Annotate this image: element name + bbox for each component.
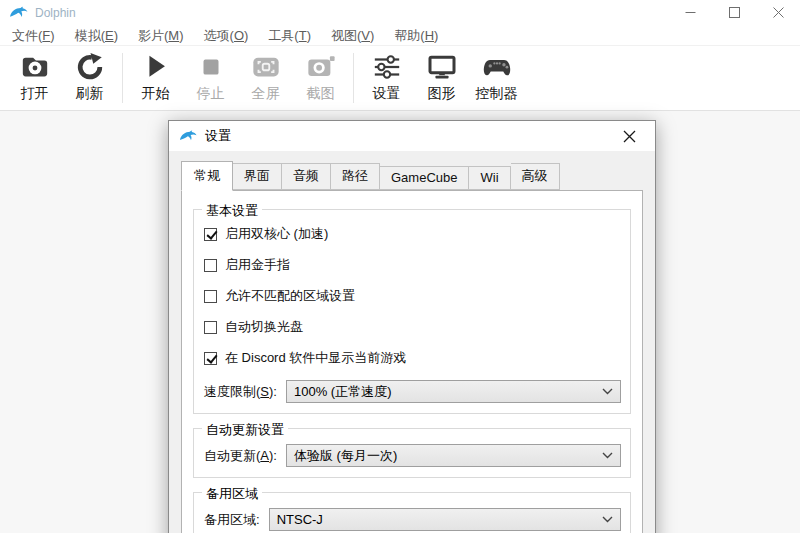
fallback-region-select[interactable]: NTSC-J <box>269 508 621 531</box>
tab-gamecube[interactable]: GameCube <box>380 166 469 190</box>
toolbar-settings-button[interactable]: 设置 <box>359 50 414 106</box>
dialog-titlebar: 设置 <box>169 121 655 151</box>
minimize-button[interactable] <box>668 0 712 25</box>
menu-mnemonic: T <box>299 28 307 43</box>
toolbar-open-button[interactable]: 打开 <box>7 50 62 106</box>
tab-advanced[interactable]: 高级 <box>511 163 560 190</box>
chevron-down-icon <box>602 388 613 395</box>
maximize-button[interactable] <box>712 0 756 25</box>
auto-update-select[interactable]: 体验版 (每月一次) <box>286 444 621 467</box>
menu-tools[interactable]: 工具(T) <box>258 25 321 47</box>
tab-paths[interactable]: 路径 <box>331 163 380 190</box>
menu-emulation[interactable]: 模拟(E) <box>65 25 128 47</box>
play-icon <box>141 52 171 82</box>
dialog-close-button[interactable] <box>613 121 645 151</box>
close-icon <box>623 130 636 143</box>
menu-label-part: ) <box>307 28 311 43</box>
toolbar-button-label: 控制器 <box>476 85 518 103</box>
checkbox-label: 允许不匹配的区域设置 <box>225 287 355 305</box>
checkbox-box[interactable] <box>204 321 217 334</box>
minimize-icon <box>685 7 696 18</box>
toolbar-fullscreen-button: 全屏 <box>238 50 293 106</box>
checkbox-dual-core[interactable]: 启用双核心 (加速) <box>204 225 621 243</box>
maximize-icon <box>729 7 740 18</box>
settings-sliders-icon <box>372 52 402 82</box>
settings-dialog: 设置 常规 界面 音频 路径 GameCube Wii 高级 基本设置 启用双核… <box>168 120 656 533</box>
window-title: Dolphin <box>35 6 668 20</box>
toolbar-button-label: 打开 <box>21 85 49 103</box>
close-icon <box>773 7 784 18</box>
checkbox-box[interactable] <box>204 290 217 303</box>
controller-gamepad-icon <box>482 52 512 82</box>
dolphin-logo-icon <box>179 130 197 143</box>
menu-label-part: 工具( <box>268 28 298 43</box>
settings-tabbar: 常规 界面 音频 路径 GameCube Wii 高级 <box>181 161 643 190</box>
speed-limit-select[interactable]: 100% (正常速度) <box>286 380 621 403</box>
auto-update-group: 自动更新设置 自动更新(A): 体验版 (每月一次) <box>193 428 631 478</box>
fallback-region-group: 备用区域 备用区域: NTSC-J Dolphin 会将其用于无法自动确定区域的… <box>193 492 631 533</box>
checkbox-label: 启用金手指 <box>225 256 290 274</box>
menu-bar: 文件(F) 模拟(E) 影片(M) 选项(O) 工具(T) 视图(V) 帮助(H… <box>0 26 800 46</box>
tab-audio[interactable]: 音频 <box>282 163 331 190</box>
toolbar-button-label: 开始 <box>142 85 170 103</box>
tab-wii[interactable]: Wii <box>469 166 510 190</box>
group-title: 自动更新设置 <box>202 421 288 439</box>
auto-update-label: 自动更新(A): <box>204 447 277 465</box>
checkbox-auto-disc-change[interactable]: 自动切换光盘 <box>204 318 621 336</box>
checkbox-discord-presence[interactable]: 在 Discord 软件中显示当前游戏 <box>204 349 621 367</box>
stop-icon <box>196 52 226 82</box>
checkbox-box[interactable] <box>204 228 217 241</box>
toolbar-button-label: 设置 <box>373 85 401 103</box>
menu-help[interactable]: 帮助(H) <box>384 25 448 47</box>
toolbar-separator <box>122 53 123 103</box>
toolbar-button-label: 停止 <box>197 85 225 103</box>
combo-value: 体验版 (每月一次) <box>294 447 602 465</box>
toolbar: 打开 刷新 开始 停止 全屏 截图 <box>0 46 800 109</box>
menu-label-part: 选项( <box>204 28 234 43</box>
toolbar-graphics-button[interactable]: 图形 <box>414 50 469 106</box>
menu-label-part: ) <box>370 28 374 43</box>
dialog-title: 设置 <box>205 127 613 145</box>
menu-label-part: ) <box>179 28 183 43</box>
menu-file[interactable]: 文件(F) <box>2 25 65 47</box>
toolbar-button-label: 刷新 <box>76 85 104 103</box>
menu-mnemonic: H <box>425 28 434 43</box>
menu-label-part: 视图( <box>331 28 361 43</box>
basic-settings-group: 基本设置 启用双核心 (加速) 启用金手指 允许不匹配的区域设置 自动切换光盘 <box>193 209 631 414</box>
toolbar-stop-button: 停止 <box>183 50 238 106</box>
checkbox-box[interactable] <box>204 259 217 272</box>
close-button[interactable] <box>756 0 800 25</box>
toolbar-play-button[interactable]: 开始 <box>128 50 183 106</box>
menu-mnemonic: E <box>105 28 114 43</box>
menu-label-part: 帮助( <box>394 28 424 43</box>
tab-interface[interactable]: 界面 <box>233 163 282 190</box>
toolbar-controllers-button[interactable]: 控制器 <box>469 50 524 106</box>
checkbox-cheats[interactable]: 启用金手指 <box>204 256 621 274</box>
toolbar-button-label: 全屏 <box>252 85 280 103</box>
tab-general[interactable]: 常规 <box>181 161 233 191</box>
checkbox-mismatched-region[interactable]: 允许不匹配的区域设置 <box>204 287 621 305</box>
combo-value: 100% (正常速度) <box>294 383 602 401</box>
label-part: 自动更新( <box>204 448 260 463</box>
menu-mnemonic: V <box>361 28 370 43</box>
menu-label-part: 影片( <box>138 28 168 43</box>
fallback-region-label: 备用区域: <box>204 511 260 529</box>
menu-movie[interactable]: 影片(M) <box>128 25 194 47</box>
menu-view[interactable]: 视图(V) <box>321 25 384 47</box>
refresh-icon <box>75 52 105 82</box>
toolbar-separator <box>353 53 354 103</box>
label-mnemonic: A <box>260 448 269 463</box>
speed-limit-row: 速度限制(S): 100% (正常速度) <box>204 380 621 403</box>
open-disc-icon <box>20 52 50 82</box>
menu-label-part: 文件( <box>12 28 42 43</box>
auto-update-row: 自动更新(A): 体验版 (每月一次) <box>204 444 621 467</box>
dialog-body: 常规 界面 音频 路径 GameCube Wii 高级 基本设置 启用双核心 (… <box>169 151 655 533</box>
label-part: ): <box>269 384 277 399</box>
fallback-region-row: 备用区域: NTSC-J <box>204 508 621 531</box>
toolbar-refresh-button[interactable]: 刷新 <box>62 50 117 106</box>
checkbox-label: 自动切换光盘 <box>225 318 303 336</box>
menu-options[interactable]: 选项(O) <box>194 25 259 47</box>
checkbox-box[interactable] <box>204 352 217 365</box>
fullscreen-icon <box>251 52 281 82</box>
group-title: 备用区域 <box>202 485 262 503</box>
